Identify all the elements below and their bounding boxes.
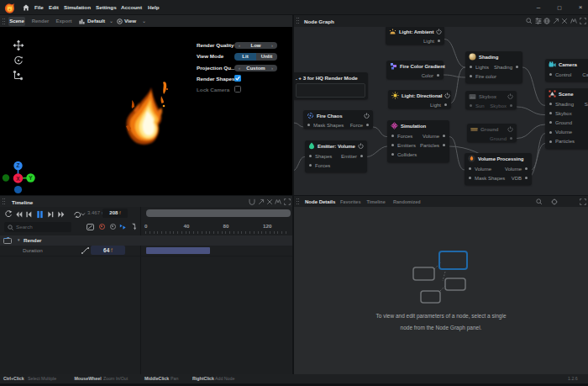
svg-text:X: X [16, 175, 20, 181]
svg-text:Y: Y [29, 175, 33, 181]
svg-text:Z: Z [17, 162, 20, 168]
